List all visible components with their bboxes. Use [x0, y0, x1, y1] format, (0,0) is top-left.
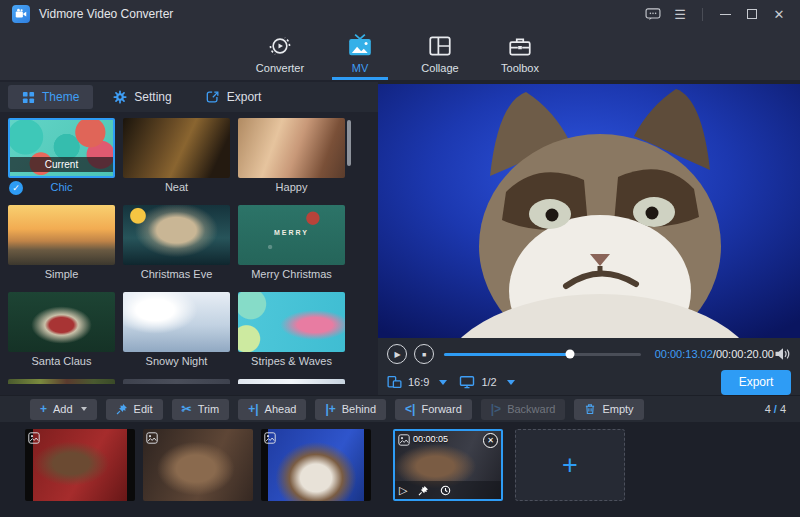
preview-options-row: 16:9 1/2 Export	[387, 369, 791, 395]
theme-label: Christmas Eve	[123, 268, 230, 282]
aspect-ratio-value[interactable]: 16:9	[408, 376, 429, 388]
image-badge-icon	[146, 432, 158, 444]
volume-icon[interactable]	[774, 347, 791, 361]
collage-icon	[427, 33, 453, 59]
theme-label: Simple	[8, 268, 115, 282]
theme-thumbnail[interactable]: Current	[8, 118, 115, 178]
add-caret-icon	[81, 407, 87, 411]
app-window: Vidmore Video Converter ☰ ✕ Converter MV	[0, 0, 800, 517]
progress-slider[interactable]	[444, 353, 641, 356]
clip-play-icon[interactable]: ▷	[399, 485, 407, 496]
theme-thumbnail[interactable]	[123, 118, 230, 178]
mv-icon	[347, 33, 373, 59]
current-theme-overlay: Current	[10, 157, 113, 172]
tab-toolbox[interactable]: Toolbox	[484, 28, 556, 80]
tab-setting-label: Setting	[134, 90, 171, 104]
tab-converter[interactable]: Converter	[244, 28, 316, 80]
theme-thumbnail[interactable]	[238, 292, 345, 352]
aspect-caret-icon[interactable]	[439, 380, 447, 385]
theme-label: Snowy Night	[123, 355, 230, 369]
plus-icon: +	[40, 403, 47, 415]
move-backward-icon: |>	[491, 403, 501, 415]
behind-button[interactable]: |+ Behind	[315, 399, 386, 420]
theme-item-santa-claus[interactable]: Santa Claus	[8, 292, 115, 369]
clip-counter-position: 4	[765, 403, 771, 415]
forward-label: Forward	[421, 403, 461, 415]
theme-thumbnail[interactable]	[8, 292, 115, 352]
theme-item-happy[interactable]: Happy	[238, 118, 345, 195]
feedback-bubble-icon[interactable]	[644, 5, 662, 23]
theme-row-partial	[8, 379, 345, 384]
tab-setting[interactable]: Setting	[99, 85, 185, 109]
export-button[interactable]: Export	[721, 370, 791, 395]
theme-thumbnail-partial[interactable]	[123, 379, 230, 384]
timeline-clip-1[interactable]	[25, 429, 135, 501]
timeline-clip-4-selected[interactable]: 00:00:05 ✕ ▷	[393, 429, 503, 501]
maximize-button[interactable]	[743, 5, 761, 23]
image-badge-icon	[398, 434, 410, 446]
theme-item-simple[interactable]: Simple	[8, 205, 115, 282]
move-forward-icon: <|	[405, 403, 415, 415]
add-button[interactable]: + Add	[30, 399, 97, 420]
theme-thumbnail-partial[interactable]	[238, 379, 345, 384]
theme-item-snowy-night[interactable]: Snowy Night	[123, 292, 230, 369]
theme-item-christmas-eve[interactable]: Christmas Eve	[123, 205, 230, 282]
edit-label: Edit	[134, 403, 153, 415]
theme-grid-icon	[22, 91, 35, 104]
theme-thumbnail[interactable]	[238, 118, 345, 178]
clip-counter-separator: /	[774, 403, 777, 415]
screen-caret-icon[interactable]	[507, 380, 515, 385]
stop-button[interactable]: ■	[414, 344, 434, 364]
minimize-button[interactable]	[716, 5, 734, 23]
trim-button[interactable]: ✂ Trim	[172, 399, 230, 420]
image-badge-icon	[28, 432, 40, 444]
screen-page-value[interactable]: 1/2	[481, 376, 496, 388]
sidebar-tabs: Theme Setting Export	[0, 82, 378, 112]
window-title: Vidmore Video Converter	[39, 7, 173, 21]
backward-button[interactable]: |> Backward	[481, 399, 566, 420]
tab-collage-label: Collage	[421, 62, 458, 74]
app-logo-icon	[12, 5, 30, 23]
remove-clip-icon[interactable]: ✕	[483, 433, 498, 448]
selected-check-icon: ✓	[9, 181, 23, 195]
theme-thumbnail[interactable]	[8, 205, 115, 265]
tab-collage[interactable]: Collage	[404, 28, 476, 80]
clip-tool-overlay: ▷	[395, 481, 501, 499]
play-button[interactable]: ▶	[387, 344, 407, 364]
theme-item-stripes-waves[interactable]: Stripes & Waves	[238, 292, 345, 369]
forward-button[interactable]: <| Forward	[395, 399, 472, 420]
theme-thumbnail[interactable]	[123, 292, 230, 352]
tab-toolbox-label: Toolbox	[501, 62, 539, 74]
ahead-label: Ahead	[265, 403, 297, 415]
theme-item-neat[interactable]: Neat	[123, 118, 230, 195]
timeline-clip-2[interactable]	[143, 429, 253, 501]
theme-grid: Current ✓ Chic Neat Happy Simple	[8, 118, 346, 369]
tab-converter-label: Converter	[256, 62, 304, 74]
theme-item-chic[interactable]: Current ✓ Chic	[8, 118, 115, 195]
clip-timeline: 00:00:05 ✕ ▷ +	[0, 422, 800, 517]
theme-thumbnail[interactable]	[123, 205, 230, 265]
theme-item-merry-christmas[interactable]: MERRY Merry Christmas	[238, 205, 345, 282]
video-preview-frame[interactable]	[378, 80, 800, 338]
clip-clock-icon[interactable]	[440, 485, 451, 496]
edit-button[interactable]: Edit	[106, 399, 163, 420]
main-area: Theme Setting Export	[0, 80, 800, 395]
add-clip-button[interactable]: +	[515, 429, 625, 501]
empty-button[interactable]: Empty	[574, 399, 643, 420]
progress-thumb[interactable]	[565, 350, 574, 359]
scrollbar-thumb[interactable]	[347, 120, 351, 166]
theme-thumbnail-partial[interactable]	[8, 379, 115, 384]
ahead-button[interactable]: +| Ahead	[238, 399, 306, 420]
aspect-ratio-icon	[387, 375, 402, 389]
tab-theme[interactable]: Theme	[8, 85, 93, 109]
preview-panel: ▶ ■ 00:00:13.02/00:00:20.00	[378, 80, 800, 395]
titlebar-separator	[702, 8, 703, 21]
theme-thumbnail[interactable]: MERRY	[238, 205, 345, 265]
clip-edit-pin-icon[interactable]	[418, 485, 429, 496]
tab-mv[interactable]: MV	[324, 28, 396, 80]
menu-icon[interactable]: ☰	[671, 5, 689, 23]
close-button[interactable]: ✕	[770, 5, 788, 23]
timeline-clip-3[interactable]	[261, 429, 371, 501]
tab-export-label: Export	[227, 90, 262, 104]
tab-export[interactable]: Export	[192, 85, 276, 109]
